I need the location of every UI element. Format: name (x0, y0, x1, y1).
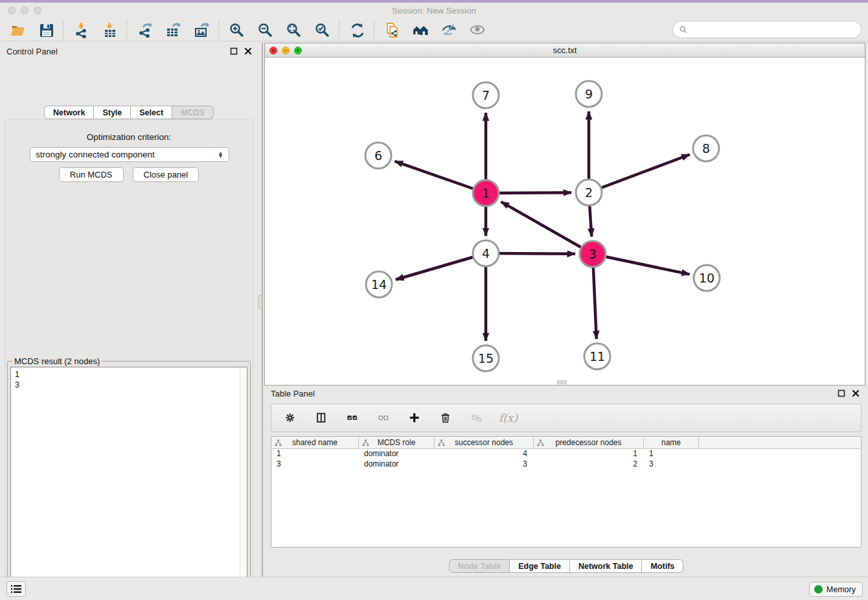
network-window-titlebar[interactable]: × − + scc.txt (265, 43, 865, 58)
node-label: 10 (699, 271, 714, 285)
graph-node-2[interactable]: 2 (576, 179, 602, 205)
app-title: Session: New Session (0, 6, 868, 16)
close-panel-button[interactable]: Close panel (133, 167, 200, 182)
mcds-panel: Optimization criterion: strongly connect… (5, 119, 253, 600)
zoom-fit-icon[interactable] (284, 21, 302, 38)
cell-predecessor-nodes[interactable]: 2 (534, 459, 644, 470)
mcds-result-group: MCDS result (2 nodes) 1 3 (7, 361, 251, 600)
app-titlebar: Session: New Session (0, 3, 868, 18)
tab-network[interactable]: Network (44, 106, 94, 119)
graph-node-1[interactable]: 1 (473, 180, 499, 206)
cell-shared-name[interactable]: 1 (271, 449, 359, 459)
run-mcds-button[interactable]: Run MCDS (59, 167, 124, 182)
selected-criterion: strongly connected component (36, 150, 218, 159)
node-label: 11 (589, 349, 605, 363)
optimization-criterion-label: Optimization criterion: (5, 132, 253, 142)
cell-name[interactable]: 1 (644, 449, 699, 459)
node-label: 4 (482, 246, 490, 260)
cell-name[interactable]: 3 (644, 459, 699, 470)
first-neighbors-icon[interactable] (411, 21, 429, 38)
tab-node-table[interactable]: Node Table (449, 559, 510, 573)
cell-predecessor-nodes[interactable]: 1 (534, 449, 644, 459)
hide-selected-icon[interactable] (440, 21, 457, 38)
graph-node-3[interactable]: 3 (580, 241, 606, 267)
vertical-splitter[interactable] (258, 43, 264, 577)
graph-node-8[interactable]: 8 (693, 135, 719, 161)
search-icon (679, 25, 688, 34)
delete-row-icon[interactable] (437, 410, 455, 427)
column-header-MCDS-role[interactable]: MCDS role (359, 437, 435, 448)
cell-successor-nodes[interactable]: 3 (435, 459, 534, 470)
zoom-in-icon[interactable] (227, 21, 245, 38)
node-label: 9 (585, 87, 593, 101)
deselect-all-icon[interactable] (375, 410, 393, 427)
graph-node-4[interactable]: 4 (473, 240, 499, 266)
export-network-icon[interactable] (135, 21, 153, 38)
graph-edge-3-10[interactable] (593, 254, 690, 274)
tab-style[interactable]: Style (94, 106, 131, 119)
show-columns-icon[interactable] (313, 410, 330, 427)
graph-node-9[interactable]: 9 (576, 81, 602, 107)
graph-edge-2-8[interactable] (589, 155, 690, 193)
close-panel-icon[interactable] (244, 47, 253, 56)
table-panel: Table Panel f(x) shared nameMCDS rolesuc… (264, 386, 868, 577)
splitter-grip[interactable] (258, 295, 262, 309)
tab-motifs[interactable]: Motifs (642, 559, 683, 573)
cell-MCDS-role[interactable]: dominator (359, 449, 435, 459)
column-header-shared-name[interactable]: shared name (271, 437, 359, 448)
apply-layout-icon[interactable] (348, 21, 365, 38)
float-panel-icon[interactable] (229, 47, 238, 56)
cell-shared-name[interactable]: 3 (271, 459, 359, 470)
graph-edge-4-14[interactable] (396, 253, 486, 280)
node-table: shared nameMCDS rolesuccessor nodesprede… (271, 436, 862, 548)
function-builder-label: f(x) (499, 411, 518, 424)
cell-MCDS-role[interactable]: dominator (359, 459, 435, 470)
table-settings-icon[interactable] (282, 410, 299, 427)
select-stepper-icon: ▲▼ (218, 152, 223, 158)
mcds-result-textarea[interactable]: 1 3 (10, 367, 247, 600)
column-header-successor-nodes[interactable]: successor nodes (435, 437, 534, 448)
column-header-predecessor-nodes[interactable]: predecessor nodes (534, 437, 644, 448)
graph-node-10[interactable]: 10 (694, 265, 720, 291)
select-all-icon[interactable] (344, 410, 361, 427)
tab-edge-table[interactable]: Edge Table (510, 559, 570, 573)
import-network-icon[interactable] (72, 21, 89, 38)
node-label: 6 (374, 148, 382, 163)
horizontal-splitter-grip[interactable] (557, 380, 567, 384)
node-label: 7 (482, 88, 490, 102)
graph-node-11[interactable]: 11 (584, 343, 610, 369)
node-label: 15 (478, 351, 494, 365)
graph-node-6[interactable]: 6 (365, 143, 391, 168)
export-table-icon[interactable] (164, 21, 181, 38)
memory-button[interactable]: Memory (809, 582, 863, 597)
graph-node-15[interactable]: 15 (473, 345, 499, 371)
search-field[interactable] (672, 21, 862, 38)
search-input[interactable] (691, 23, 861, 36)
column-header-name[interactable]: name (644, 437, 699, 448)
float-table-panel-icon[interactable] (837, 389, 846, 398)
add-row-icon[interactable] (406, 410, 424, 427)
show-all-icon[interactable] (468, 21, 486, 38)
tab-select[interactable]: Select (131, 106, 172, 119)
export-image-icon[interactable] (192, 21, 210, 38)
task-history-button[interactable] (6, 581, 26, 597)
graph-edge-1-6[interactable] (395, 161, 486, 193)
close-table-panel-icon[interactable] (851, 389, 860, 398)
graph-node-14[interactable]: 14 (366, 271, 392, 297)
network-canvas[interactable]: 7968124314101511 (265, 58, 865, 385)
control-panel-title: Control Panel (6, 47, 58, 56)
zoom-out-icon[interactable] (256, 21, 273, 38)
clone-network-icon[interactable] (383, 21, 400, 38)
zoom-selected-icon[interactable] (313, 21, 330, 38)
graph-node-7[interactable]: 7 (473, 82, 499, 108)
function-builder-icon: f(x) (499, 410, 517, 427)
tab-mcds[interactable]: MCDS (172, 106, 214, 119)
optimization-criterion-select[interactable]: strongly connected component ▲▼ (30, 147, 229, 162)
cell-successor-nodes[interactable]: 4 (435, 449, 534, 459)
open-file-icon[interactable] (8, 21, 26, 38)
save-session-icon[interactable] (37, 21, 54, 38)
tab-network-table[interactable]: Network Table (570, 559, 643, 573)
result-scrollbar[interactable] (240, 367, 247, 600)
graph-edge-3-1[interactable] (501, 202, 593, 254)
import-table-icon[interactable] (100, 21, 118, 38)
